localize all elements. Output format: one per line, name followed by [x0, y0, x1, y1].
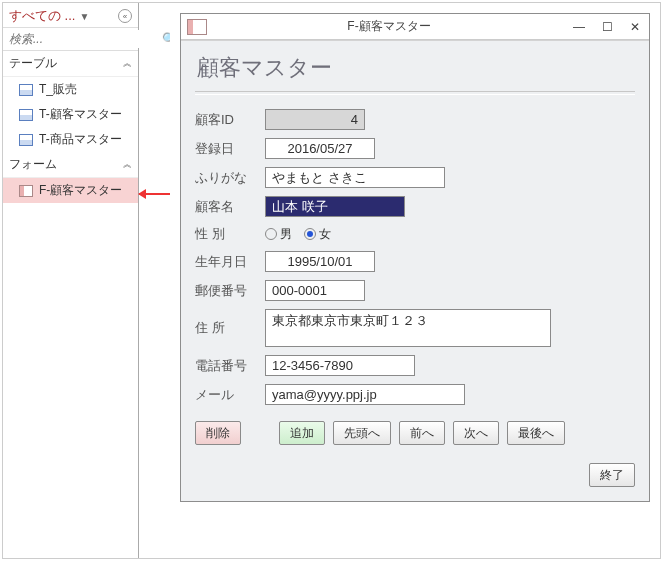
- radio-male[interactable]: 男: [265, 226, 292, 243]
- label-addr: 住 所: [195, 319, 265, 337]
- form-icon: [187, 19, 207, 35]
- form-body: 顧客マスター 顧客ID4 登録日2016/05/27 ふりがなやまもと さきこ …: [181, 40, 649, 501]
- field-id: 4: [265, 109, 365, 130]
- radio-icon: [304, 228, 316, 240]
- table-icon: [19, 84, 33, 96]
- field-furigana[interactable]: やまもと さきこ: [265, 167, 445, 188]
- radio-female[interactable]: 女: [304, 226, 331, 243]
- radio-label: 男: [280, 226, 292, 243]
- maximize-button[interactable]: ☐: [593, 18, 621, 36]
- arrow-annotation: [139, 3, 170, 558]
- window-title: F-顧客マスター: [213, 18, 565, 35]
- add-button[interactable]: 追加: [279, 421, 325, 445]
- search-box[interactable]: 🔍: [3, 28, 138, 51]
- label-mail: メール: [195, 386, 265, 404]
- label-reg: 登録日: [195, 140, 265, 158]
- label-furi: ふりがな: [195, 169, 265, 187]
- chevron-up-icon: ︽: [123, 158, 132, 171]
- nav-header-title: すべての ...: [9, 7, 75, 25]
- separator: [195, 91, 635, 95]
- delete-button[interactable]: 削除: [195, 421, 241, 445]
- label-tel: 電話番号: [195, 357, 265, 375]
- next-button[interactable]: 次へ: [453, 421, 499, 445]
- close-button[interactable]: ✕: [621, 18, 649, 36]
- end-button[interactable]: 終了: [589, 463, 635, 487]
- form-title: 顧客マスター: [197, 53, 635, 83]
- table-item[interactable]: T-顧客マスター: [3, 102, 138, 127]
- field-zip[interactable]: 000-0001: [265, 280, 365, 301]
- table-item[interactable]: T-商品マスター: [3, 127, 138, 152]
- last-button[interactable]: 最後へ: [507, 421, 565, 445]
- prev-button[interactable]: 前へ: [399, 421, 445, 445]
- label-id: 顧客ID: [195, 111, 265, 129]
- group-forms-label: フォーム: [9, 156, 57, 173]
- content-area: F-顧客マスター — ☐ ✕ 顧客マスター 顧客ID4 登録日2016/05/2…: [170, 3, 660, 558]
- minimize-button[interactable]: —: [565, 18, 593, 36]
- nav-header[interactable]: すべての ... ▼ «: [3, 3, 138, 28]
- field-tel[interactable]: 12-3456-7890: [265, 355, 415, 376]
- table-icon: [19, 109, 33, 121]
- radio-icon: [265, 228, 277, 240]
- collapse-icon[interactable]: «: [118, 9, 132, 23]
- nav-item-label: T-商品マスター: [39, 131, 122, 148]
- label-name: 顧客名: [195, 198, 265, 216]
- form-window: F-顧客マスター — ☐ ✕ 顧客マスター 顧客ID4 登録日2016/05/2…: [180, 13, 650, 502]
- button-row: 削除 追加 先頭へ 前へ 次へ 最後へ: [195, 421, 635, 445]
- field-name[interactable]: 山本 咲子: [265, 196, 405, 217]
- label-birth: 生年月日: [195, 253, 265, 271]
- titlebar: F-顧客マスター — ☐ ✕: [181, 14, 649, 40]
- first-button[interactable]: 先頭へ: [333, 421, 391, 445]
- field-mail[interactable]: yama@yyyy.ppj.jp: [265, 384, 465, 405]
- chevron-up-icon: ︽: [123, 57, 132, 70]
- label-gender: 性 別: [195, 225, 265, 243]
- table-item[interactable]: T_販売: [3, 77, 138, 102]
- field-birth[interactable]: 1995/10/01: [265, 251, 375, 272]
- table-icon: [19, 134, 33, 146]
- chevron-down-icon: ▼: [79, 11, 89, 22]
- field-address[interactable]: 東京都東京市東京町１２３: [265, 309, 551, 347]
- group-tables-label: テーブル: [9, 55, 57, 72]
- nav-item-label: T_販売: [39, 81, 77, 98]
- nav-item-label: T-顧客マスター: [39, 106, 122, 123]
- radio-label: 女: [319, 226, 331, 243]
- field-reg[interactable]: 2016/05/27: [265, 138, 375, 159]
- label-zip: 郵便番号: [195, 282, 265, 300]
- group-tables[interactable]: テーブル ︽: [3, 51, 138, 77]
- form-item-selected[interactable]: F-顧客マスター: [3, 178, 138, 203]
- group-forms[interactable]: フォーム ︽: [3, 152, 138, 178]
- form-icon: [19, 185, 33, 197]
- nav-pane: すべての ... ▼ « 🔍 テーブル ︽ T_販売 T-顧客マスター T-商品…: [3, 3, 139, 558]
- nav-item-label: F-顧客マスター: [39, 182, 122, 199]
